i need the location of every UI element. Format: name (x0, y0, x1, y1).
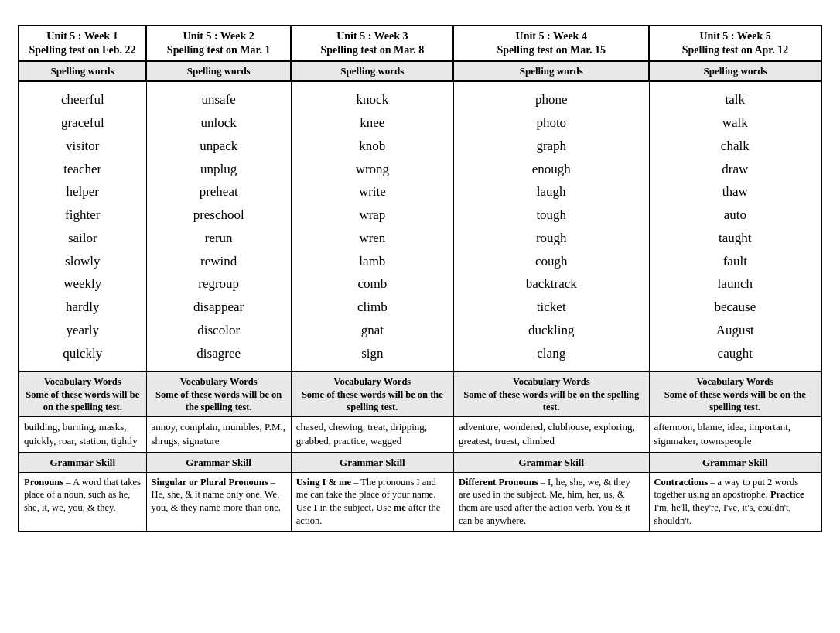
grammar-header-row: Grammar SkillGrammar SkillGrammar SkillG… (19, 453, 821, 473)
spelling-word: climb (357, 299, 388, 314)
spelling-words-row: cheerfulgracefulvisitorteacherhelperfigh… (19, 81, 821, 371)
spelling-word: discolor (197, 323, 240, 337)
grammar-header-col-2: Grammar Skill (146, 453, 291, 473)
spelling-word: laugh (537, 184, 566, 199)
spelling-word: August (716, 323, 754, 337)
grammar-header-col-4: Grammar Skill (453, 453, 649, 473)
vocab-words-row: building, burning, masks, quickly, roar,… (19, 417, 821, 453)
spelling-word: launch (718, 276, 753, 291)
spelling-word: cough (535, 254, 568, 269)
spelling-words-col-4: phonephotographenoughlaughtoughroughcoug… (453, 81, 649, 371)
header-col-1: Unit 5 : Week 1Spelling test on Feb. 22 (19, 26, 146, 61)
spelling-word: thaw (722, 184, 748, 199)
week-title: Unit 5 : Week 2 (183, 30, 254, 42)
week-title: Unit 5 : Week 3 (336, 30, 408, 42)
week-title: Unit 5 : Week 4 (516, 30, 587, 42)
spelling-word: duckling (528, 323, 575, 337)
spelling-word: sign (361, 346, 383, 361)
spelling-word: graceful (61, 115, 104, 130)
subheader-col-2: Spelling words (146, 61, 291, 81)
spelling-word: rewind (200, 254, 237, 269)
spelling-word: write (359, 184, 386, 199)
vocab-words-col-3: chased, chewing, treat, dripping, grabbe… (291, 417, 453, 453)
header-col-2: Unit 5 : Week 2Spelling test on Mar. 1 (146, 26, 291, 61)
subheader-col-3: Spelling words (291, 61, 453, 81)
spelling-word: fighter (65, 207, 100, 222)
spelling-word: unlock (201, 115, 237, 130)
spelling-word: graph (536, 139, 566, 153)
grammar-text-col-3: Using I & me – The pronouns I and me can… (291, 472, 453, 532)
vocab-header-row: Vocabulary WordsSome of these words will… (19, 371, 821, 416)
spelling-word: unpack (200, 139, 237, 153)
grammar-header-col-3: Grammar Skill (291, 453, 453, 473)
grammar-text-col-4: Different Pronouns – I, he, she, we, & t… (453, 472, 649, 532)
spelling-word: photo (536, 115, 566, 130)
vocab-header-col-3: Vocabulary WordsSome of these words will… (291, 371, 453, 416)
spelling-word: hardly (66, 299, 99, 314)
grammar-header-col-5: Grammar Skill (649, 453, 821, 473)
header-col-5: Unit 5 : Week 5Spelling test on Apr. 12 (649, 26, 821, 61)
spelling-word: preschool (193, 207, 244, 222)
spelling-word: preheat (200, 184, 238, 199)
vocab-header-col-4: Vocabulary WordsSome of these words will… (453, 371, 649, 416)
spelling-word: taught (719, 231, 752, 245)
grammar-text-row: Pronouns – A word that takes place of a … (19, 472, 821, 532)
test-date: Spelling test on Feb. 22 (29, 44, 135, 56)
spelling-word: rough (536, 231, 567, 245)
subheader-col-4: Spelling words (453, 61, 649, 81)
grammar-text-col-1: Pronouns – A word that takes place of a … (19, 472, 146, 532)
subheader-col-5: Spelling words (649, 61, 821, 81)
spelling-word: clang (537, 346, 565, 361)
spelling-word: knee (360, 115, 384, 130)
spelling-word: chalk (721, 139, 750, 153)
vocab-words-col-5: afternoon, blame, idea, important, signm… (649, 417, 821, 453)
spelling-word: unsafe (201, 92, 235, 107)
grammar-text-col-5: Contractions – a way to put 2 words toge… (649, 472, 821, 532)
spelling-word: disagree (196, 346, 241, 361)
spelling-word: auto (724, 207, 746, 222)
spelling-word: walk (722, 115, 748, 130)
spelling-word: yearly (67, 323, 99, 337)
vocab-words-col-4: adventure, wondered, clubhouse, explorin… (453, 417, 649, 453)
spelling-word: quickly (63, 346, 102, 361)
spelling-word: because (714, 299, 756, 314)
spelling-word: phone (535, 92, 568, 107)
page-container: Unit 5 : Week 1Spelling test on Feb. 22U… (18, 15, 822, 618)
test-date: Spelling test on Mar. 1 (167, 44, 271, 56)
spelling-word: rerun (205, 231, 233, 245)
spelling-words-col-2: unsafeunlockunpackunplugpreheatpreschool… (146, 81, 291, 371)
spelling-word: draw (722, 162, 748, 176)
header-col-3: Unit 5 : Week 3Spelling test on Mar. 8 (291, 26, 453, 61)
spelling-words-col-3: knockkneeknobwrongwritewrapwrenlambcombc… (291, 81, 453, 371)
spelling-word: wren (359, 231, 385, 245)
week-title: Unit 5 : Week 5 (699, 30, 770, 42)
vocab-header-col-2: Vocabulary WordsSome of these words will… (146, 371, 291, 416)
vocab-header-col-5: Vocabulary WordsSome of these words will… (649, 371, 821, 416)
spelling-word: teacher (63, 162, 101, 176)
spelling-word: wrap (359, 207, 385, 222)
vocab-header-col-1: Vocabulary WordsSome of these words will… (19, 371, 146, 416)
header-row: Unit 5 : Week 1Spelling test on Feb. 22U… (19, 26, 821, 61)
header-col-4: Unit 5 : Week 4Spelling test on Mar. 15 (453, 26, 649, 61)
spelling-word: helper (67, 184, 99, 199)
spelling-word: knob (359, 139, 385, 153)
spelling-words-col-1: cheerfulgracefulvisitorteacherhelperfigh… (19, 81, 146, 371)
spelling-word: ticket (537, 299, 566, 314)
spelling-word: backtrack (526, 276, 577, 291)
spelling-word: lamb (359, 254, 385, 269)
spelling-word: fault (723, 254, 747, 269)
subheader-row: Spelling wordsSpelling wordsSpelling wor… (19, 61, 821, 81)
test-date: Spelling test on Apr. 12 (682, 44, 789, 56)
test-date: Spelling test on Mar. 15 (497, 44, 606, 56)
week-title: Unit 5 : Week 1 (46, 30, 118, 42)
spelling-word: gnat (361, 323, 384, 337)
spelling-word: sailor (68, 231, 97, 245)
spelling-word: wrong (356, 162, 389, 176)
main-table: Unit 5 : Week 1Spelling test on Feb. 22U… (18, 25, 822, 532)
vocab-words-col-2: annoy, complain, mumbles, P.M., shrugs, … (146, 417, 291, 453)
spelling-word: enough (532, 162, 571, 176)
vocab-words-col-1: building, burning, masks, quickly, roar,… (19, 417, 146, 453)
spelling-word: comb (357, 276, 387, 291)
spelling-words-col-5: talkwalkchalkdrawthawautotaughtfaultlaun… (649, 81, 821, 371)
spelling-word: unplug (200, 162, 237, 176)
